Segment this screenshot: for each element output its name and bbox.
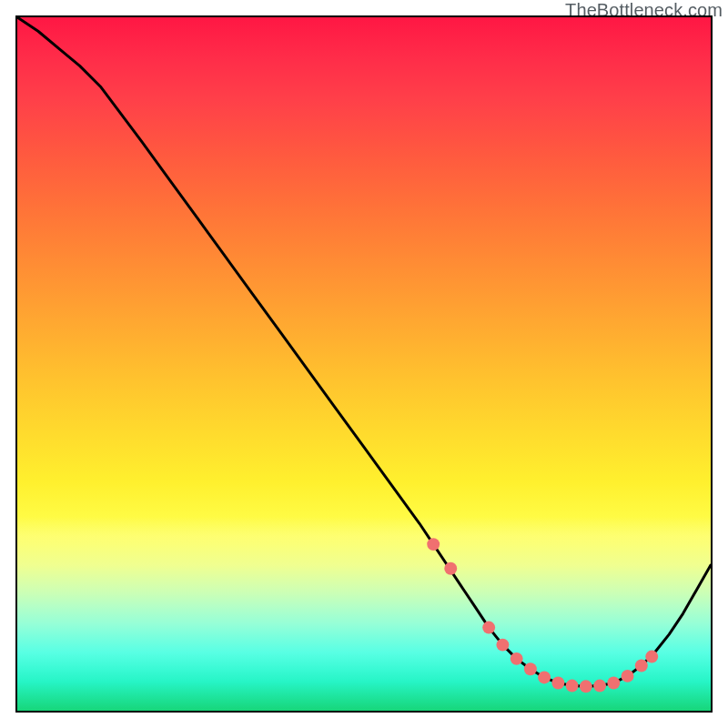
curve-layer bbox=[17, 17, 711, 711]
highlight-dot bbox=[635, 660, 648, 672]
highlight-dot bbox=[645, 651, 658, 663]
highlight-dot bbox=[622, 670, 634, 682]
highlight-dot bbox=[580, 680, 592, 693]
highlight-dot bbox=[538, 671, 551, 683]
chart-container: TheBottleneck.com bbox=[0, 0, 728, 728]
highlight-dot bbox=[566, 680, 579, 693]
highlight-dot bbox=[593, 680, 606, 693]
highlight-dot bbox=[511, 652, 523, 665]
plot-area bbox=[15, 15, 713, 713]
highlight-dot bbox=[607, 677, 620, 690]
highlight-markers bbox=[427, 538, 658, 693]
highlight-dot bbox=[482, 622, 495, 634]
bottleneck-curve bbox=[17, 17, 711, 686]
highlight-dot bbox=[444, 562, 457, 575]
highlight-dot bbox=[496, 639, 509, 652]
highlight-dot bbox=[427, 538, 440, 551]
highlight-dot bbox=[551, 677, 564, 690]
highlight-dot bbox=[524, 662, 537, 675]
